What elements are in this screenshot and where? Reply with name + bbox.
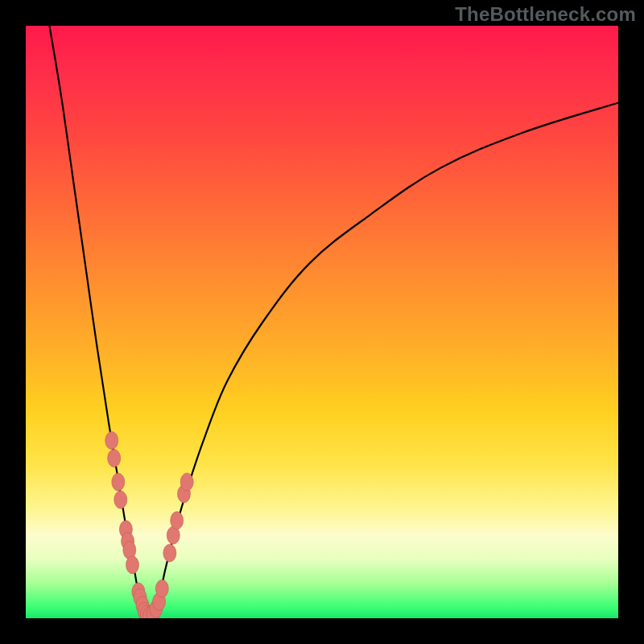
marker-dot	[105, 431, 118, 449]
curve-svg	[26, 26, 618, 618]
marker-group	[105, 431, 193, 618]
curve-right-branch	[156, 103, 618, 618]
marker-dot	[112, 473, 125, 491]
plot-area	[26, 26, 618, 618]
marker-dot	[108, 449, 121, 467]
chart-frame: TheBottleneck.com	[0, 0, 644, 644]
marker-dot	[155, 580, 168, 597]
marker-dot	[163, 544, 176, 562]
marker-dot	[126, 556, 138, 574]
attribution-label: TheBottleneck.com	[455, 3, 636, 26]
marker-dot	[171, 512, 184, 530]
marker-dot	[180, 473, 193, 491]
marker-dot	[114, 491, 127, 509]
